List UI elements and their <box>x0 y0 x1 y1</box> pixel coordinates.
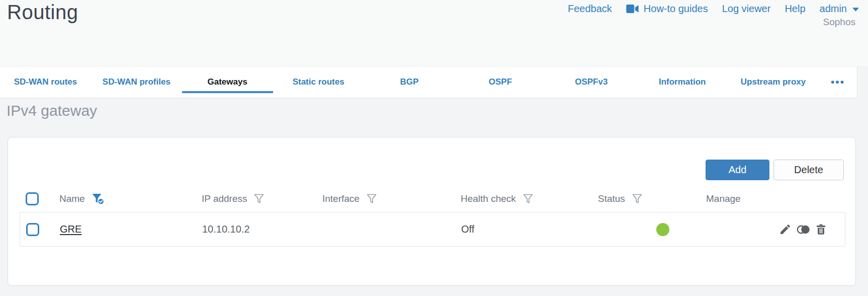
ipv4-gateway-panel: Add Delete Name IP address Interface <box>8 137 856 286</box>
add-button[interactable]: Add <box>706 160 769 180</box>
status-up-indicator <box>656 223 669 236</box>
log-viewer-label: Log viewer <box>722 3 771 15</box>
tab-bar: SD-WAN routes SD-WAN profiles Gateways S… <box>0 66 857 98</box>
row-cell-status <box>598 223 707 236</box>
funnel-check-icon[interactable] <box>92 193 105 205</box>
page-header: Routing Feedback How-to guides Log viewe… <box>0 0 868 66</box>
column-label-interface: Interface <box>322 193 360 204</box>
feedback-label: Feedback <box>568 3 612 15</box>
utility-nav: Feedback How-to guides Log viewer Help a… <box>568 3 859 15</box>
header-cell-interface: Interface <box>322 193 461 204</box>
header-cell-select <box>26 192 59 205</box>
tab-static-routes[interactable]: Static routes <box>273 66 364 98</box>
gateway-name-link[interactable]: GRE <box>60 224 81 235</box>
column-label-health-check: Health check <box>461 193 516 204</box>
delete-button[interactable]: Delete <box>773 160 844 180</box>
page-title: Routing <box>7 1 78 24</box>
section-heading: IPv4 gateway <box>7 102 97 119</box>
tab-upstream-proxy[interactable]: Upstream proxy <box>728 66 819 98</box>
tab-ospfv3[interactable]: OSPFv3 <box>546 66 637 98</box>
howto-guides-label: How-to guides <box>644 3 708 15</box>
column-label-ip-address: IP address <box>202 193 247 204</box>
row-cell-manage <box>779 223 845 236</box>
row-cell-ip-address: 10.10.10.2 <box>202 224 323 235</box>
header-cell-health-check: Health check <box>461 193 598 204</box>
help-label: Help <box>785 3 805 15</box>
tab-sd-wan-routes[interactable]: SD-WAN routes <box>0 66 91 98</box>
header-cell-status: Status <box>598 193 706 204</box>
table-actions: Add Delete <box>706 160 844 180</box>
tab-gateways[interactable]: Gateways <box>182 66 273 98</box>
header-cell-name: Name <box>59 193 202 205</box>
log-viewer-link[interactable]: Log viewer <box>722 3 771 15</box>
column-label-name: Name <box>59 193 85 204</box>
admin-menu[interactable]: admin <box>820 3 859 15</box>
clone-icon[interactable] <box>796 224 810 235</box>
edit-icon[interactable] <box>779 223 792 236</box>
tab-information[interactable]: Information <box>637 66 728 98</box>
help-link[interactable]: Help <box>785 3 805 15</box>
select-all-checkbox[interactable] <box>26 192 39 205</box>
tab-sd-wan-profiles[interactable]: SD-WAN profiles <box>91 66 182 98</box>
table-header: Name IP address Interface Health check <box>8 186 855 212</box>
column-label-manage: Manage <box>706 193 741 204</box>
row-cell-health-check: Off <box>461 224 598 235</box>
howto-guides-link[interactable]: How-to guides <box>626 3 708 15</box>
feedback-link[interactable]: Feedback <box>568 3 612 15</box>
tab-bgp[interactable]: BGP <box>364 66 455 98</box>
brand-label: Sophos <box>823 17 855 28</box>
table-row: GRE 10.10.10.2 Off <box>20 212 845 247</box>
video-camera-icon <box>626 5 639 13</box>
header-cell-manage: Manage <box>706 193 855 204</box>
funnel-icon[interactable] <box>632 193 643 204</box>
tab-overflow-menu[interactable]: ••• <box>819 66 857 98</box>
funnel-icon[interactable] <box>366 193 377 204</box>
ellipsis-icon: ••• <box>831 76 845 88</box>
column-label-status: Status <box>598 193 625 204</box>
row-checkbox[interactable] <box>26 223 39 236</box>
tab-ospf[interactable]: OSPF <box>455 66 546 98</box>
funnel-icon[interactable] <box>253 193 265 204</box>
delete-icon[interactable] <box>815 223 827 236</box>
chevron-down-icon <box>852 8 859 12</box>
header-cell-ip-address: IP address <box>202 193 322 204</box>
admin-label: admin <box>820 3 847 15</box>
funnel-icon[interactable] <box>523 193 534 204</box>
row-cell-select <box>26 223 60 236</box>
